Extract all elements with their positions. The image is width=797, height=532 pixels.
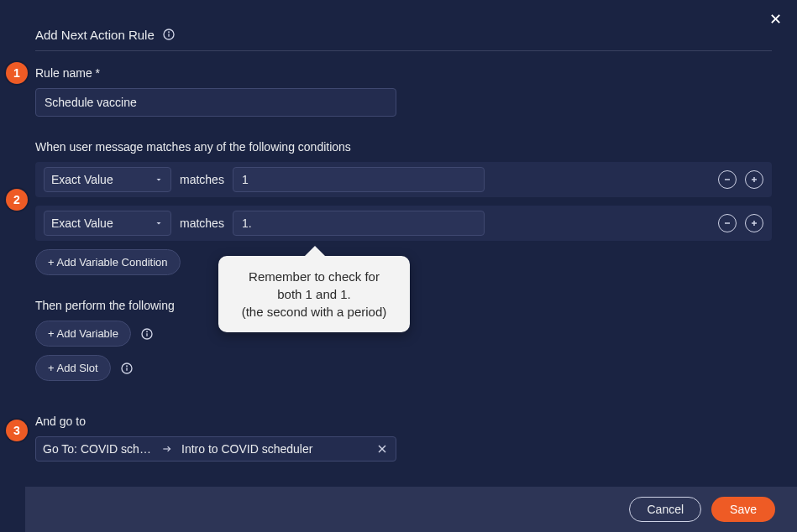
chevron-down-icon xyxy=(154,218,164,228)
add-condition-button[interactable] xyxy=(745,170,763,189)
rule-name-section: Rule name * xyxy=(35,66,772,117)
rule-name-label: Rule name * xyxy=(35,66,772,80)
info-icon[interactable] xyxy=(139,326,155,342)
dialog-footer: Cancel Save xyxy=(25,487,797,532)
tooltip-line: Remember to check for xyxy=(232,268,396,285)
arrow-right-icon xyxy=(161,443,173,455)
dialog-title: Add Next Action Rule xyxy=(35,28,155,42)
tooltip-line: both 1 and 1. xyxy=(232,285,396,303)
condition-joiner: matches xyxy=(180,216,224,230)
save-button[interactable]: Save xyxy=(711,497,775,522)
remove-condition-button[interactable] xyxy=(718,170,737,189)
info-icon[interactable] xyxy=(119,361,134,376)
step-badge-3: 3 xyxy=(6,420,28,441)
svg-point-11 xyxy=(147,331,148,332)
add-condition-button[interactable] xyxy=(745,214,763,232)
remove-condition-button[interactable] xyxy=(718,214,737,232)
dialog-panel: ✕ Add Next Action Rule Rule name * When … xyxy=(25,0,797,532)
condition-type-value: Exact Value xyxy=(51,173,113,186)
goto-source: Go To: COVID sche… xyxy=(43,442,173,456)
add-variable-button[interactable]: + Add Variable xyxy=(35,321,131,347)
clear-goto-icon[interactable] xyxy=(375,442,389,456)
add-slot-button[interactable]: + Add Slot xyxy=(35,355,111,381)
rule-name-input[interactable] xyxy=(35,88,396,117)
chevron-down-icon xyxy=(154,175,164,185)
condition-type-select[interactable]: Exact Value xyxy=(44,167,171,192)
goto-row[interactable]: Go To: COVID sche… Intro to COVID schedu… xyxy=(35,436,396,462)
goto-source-label: Go To: COVID sche… xyxy=(43,442,156,456)
condition-type-value: Exact Value xyxy=(51,216,113,230)
tooltip-line: (the second with a period) xyxy=(232,303,396,321)
info-icon[interactable] xyxy=(161,27,176,42)
condition-type-select[interactable]: Exact Value xyxy=(44,211,171,236)
conditions-section: When user message matches any of the fol… xyxy=(35,140,772,275)
condition-value-input[interactable] xyxy=(233,167,485,192)
condition-joiner: matches xyxy=(180,173,224,186)
hint-tooltip: Remember to check for both 1 and 1. (the… xyxy=(218,256,410,332)
step-badge-2: 2 xyxy=(6,189,28,211)
svg-point-2 xyxy=(168,32,169,33)
condition-row: Exact Value matches xyxy=(35,206,772,241)
goto-target: Intro to COVID scheduler xyxy=(181,442,367,456)
condition-value-input[interactable] xyxy=(233,211,485,236)
svg-point-14 xyxy=(126,366,127,367)
dialog-header: Add Next Action Rule xyxy=(35,12,772,51)
step-badge-1: 1 xyxy=(6,62,28,84)
condition-row: Exact Value matches xyxy=(35,162,772,197)
cancel-button[interactable]: Cancel xyxy=(629,497,701,522)
goto-section: And go to Go To: COVID sche… Intro to CO… xyxy=(35,415,772,462)
conditions-header: When user message matches any of the fol… xyxy=(35,140,772,154)
close-icon[interactable]: ✕ xyxy=(769,10,782,29)
add-variable-condition-button[interactable]: + Add Variable Condition xyxy=(35,249,181,275)
goto-header: And go to xyxy=(35,415,772,428)
